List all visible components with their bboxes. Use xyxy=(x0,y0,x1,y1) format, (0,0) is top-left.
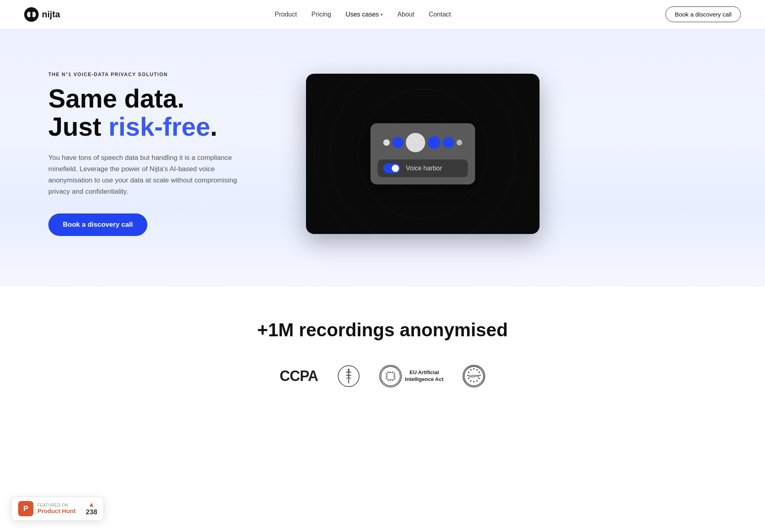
svg-point-7 xyxy=(381,366,400,386)
svg-point-33 xyxy=(470,369,472,371)
hero-title-line1: Same data. xyxy=(48,84,184,113)
eu-ai-label2: Intelligence Act xyxy=(405,376,444,383)
hero-description: You have tons of speech data but handlin… xyxy=(48,152,242,197)
nav-pricing[interactable]: Pricing xyxy=(311,11,331,18)
nav-cta-button[interactable]: Book a discovery call xyxy=(666,6,741,22)
navbar: nijta Product Pricing Uses cases ▾ About… xyxy=(0,0,765,29)
hero-right: Voice harbor xyxy=(306,74,540,234)
ccpa-item: CCPA xyxy=(280,368,318,385)
hero-title-line2-prefix: Just xyxy=(48,112,108,141)
nav-use-cases[interactable]: Uses cases ▾ xyxy=(345,11,383,18)
hipaa-item xyxy=(337,365,360,387)
svg-point-28 xyxy=(473,381,475,383)
hero-label: THE N°1 VOICE-DATA PRIVACY SOLUTION xyxy=(48,72,274,77)
wave-blob-2 xyxy=(392,137,403,148)
svg-point-29 xyxy=(470,380,472,382)
svg-point-3 xyxy=(30,12,33,17)
toggle-knob xyxy=(392,165,399,172)
hero-demo-card: Voice harbor xyxy=(306,74,540,234)
nav-product[interactable]: Product xyxy=(275,11,297,18)
eu-ai-icon xyxy=(379,365,402,387)
stats-section: +1M recordings anonymised CCPA xyxy=(0,287,765,412)
wave-blob-4 xyxy=(428,136,440,149)
ccpa-label: CCPA xyxy=(280,368,318,385)
wave-blob-1 xyxy=(383,139,390,146)
svg-point-24 xyxy=(479,372,480,373)
svg-rect-8 xyxy=(387,373,394,380)
gdpr-icon: GDPR xyxy=(463,365,485,387)
gdpr-item: GDPR xyxy=(463,365,485,387)
nav-about[interactable]: About xyxy=(397,11,414,18)
voice-toggle-row: Voice harbor xyxy=(378,159,468,177)
hero-title: Same data. Just risk-free. xyxy=(48,85,274,141)
hero-left: THE N°1 VOICE-DATA PRIVACY SOLUTION Same… xyxy=(48,72,274,236)
hero-title-suffix: . xyxy=(210,112,217,141)
voice-device-widget: Voice harbor xyxy=(370,123,475,184)
svg-point-25 xyxy=(480,375,481,376)
svg-point-6 xyxy=(347,369,349,371)
hero-section: THE N°1 VOICE-DATA PRIVACY SOLUTION Same… xyxy=(0,29,765,287)
voice-toggle-switch[interactable] xyxy=(383,164,400,173)
svg-text:GDPR: GDPR xyxy=(469,374,480,378)
hero-cta-button[interactable]: Book a discovery call xyxy=(48,213,147,236)
brand-logo[interactable]: nijta xyxy=(24,7,60,22)
svg-point-22 xyxy=(473,368,475,370)
brand-name: nijta xyxy=(42,9,60,20)
wave-blob-6 xyxy=(457,140,462,145)
wave-blob-3 xyxy=(406,133,425,152)
svg-point-27 xyxy=(476,380,478,382)
svg-point-32 xyxy=(468,372,470,373)
hero-title-highlight: risk-free xyxy=(108,112,210,141)
nav-links: Product Pricing Uses cases ▾ About Conta… xyxy=(275,11,451,18)
compliance-logos: CCPA xyxy=(24,365,741,387)
hipaa-icon xyxy=(337,365,360,387)
chevron-down-icon: ▾ xyxy=(380,12,383,17)
voice-harbor-label: Voice harbor xyxy=(406,165,442,172)
eu-ai-act-item: EU Artificial Intelligence Act xyxy=(379,365,444,387)
nav-use-cases-label: Uses cases xyxy=(345,11,379,18)
nav-contact[interactable]: Contact xyxy=(429,11,451,18)
eu-ai-label: EU Artificial xyxy=(405,369,444,376)
stats-headline: +1M recordings anonymised xyxy=(24,319,741,341)
voice-waveform xyxy=(378,130,468,155)
wave-blob-5 xyxy=(443,137,454,148)
svg-point-23 xyxy=(476,369,478,371)
